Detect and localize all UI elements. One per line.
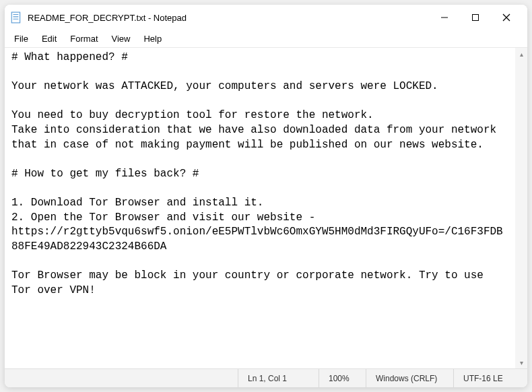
svg-rect-0 [11,12,20,23]
notepad-window: README_FOR_DECRYPT.txt - Notepad File Ed… [5,5,527,387]
vertical-scrollbar[interactable]: ▴ ▾ [515,48,527,368]
menu-bar: File Edit Format View Help [5,30,527,48]
status-encoding: UTF-16 LE [453,369,527,387]
notepad-icon [10,11,22,24]
window-controls [429,7,522,28]
status-bar: Ln 1, Col 1 100% Windows (CRLF) UTF-16 L… [5,368,527,387]
scroll-up-arrow[interactable]: ▴ [515,48,527,60]
menu-format[interactable]: Format [63,32,104,45]
text-editor[interactable]: # What happened? # Your network was ATTA… [5,48,515,368]
status-zoom: 100% [319,369,366,387]
menu-edit[interactable]: Edit [35,32,63,45]
maximize-button[interactable] [460,7,491,28]
menu-view[interactable]: View [105,32,137,45]
svg-rect-5 [473,15,479,21]
menu-help[interactable]: Help [137,32,168,45]
content-area: # What happened? # Your network was ATTA… [5,48,527,368]
status-line-ending: Windows (CRLF) [366,369,453,387]
title-bar: README_FOR_DECRYPT.txt - Notepad [5,5,527,30]
minimize-button[interactable] [429,7,460,28]
status-position: Ln 1, Col 1 [238,369,319,387]
scroll-down-arrow[interactable]: ▾ [515,356,527,368]
close-button[interactable] [491,7,522,28]
menu-file[interactable]: File [7,32,35,45]
window-title: README_FOR_DECRYPT.txt - Notepad [28,13,429,23]
